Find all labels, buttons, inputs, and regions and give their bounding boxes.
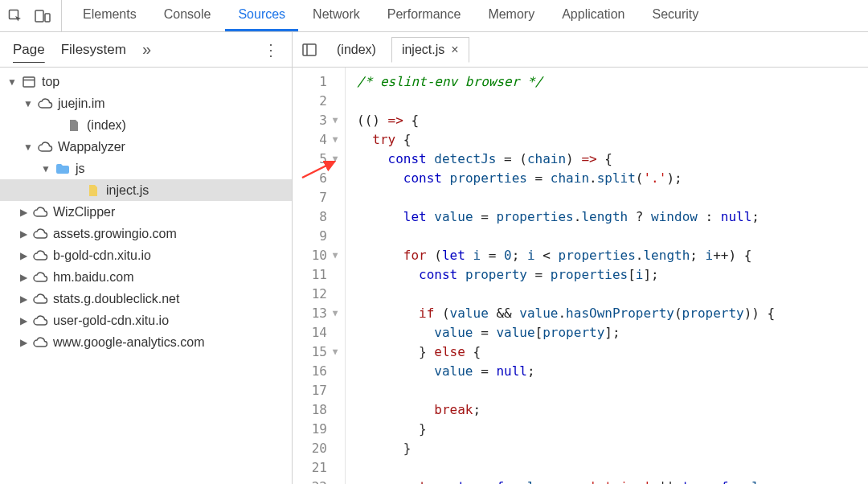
- code-editor[interactable]: 123▼4▼5▼678910▼111213▼1415▼1617181920212…: [293, 68, 868, 484]
- code-line[interactable]: }: [357, 420, 868, 439]
- line-number[interactable]: 16: [293, 362, 345, 381]
- code-line[interactable]: const properties = chain.split('.');: [357, 169, 868, 188]
- line-number[interactable]: 6: [293, 169, 345, 188]
- code-line[interactable]: [357, 458, 868, 478]
- line-number[interactable]: 12: [293, 285, 345, 304]
- expand-arrow-icon[interactable]: ▶: [18, 293, 29, 305]
- sidebar-kebab-menu[interactable]: ⋮: [255, 40, 287, 59]
- panel-tab-sources[interactable]: Sources: [225, 0, 298, 31]
- tree-item-label: hm.baidu.com: [51, 270, 134, 285]
- line-number[interactable]: 17: [293, 381, 345, 400]
- code-line[interactable]: value = null;: [357, 362, 868, 381]
- device-toolbar-icon[interactable]: [34, 7, 51, 25]
- tree-item-label: www.google-analytics.com: [51, 335, 205, 350]
- line-number[interactable]: 3▼: [293, 111, 345, 130]
- tree-item[interactable]: ▶b-gold-cdn.xitu.io: [0, 244, 292, 266]
- line-number[interactable]: 19: [293, 420, 345, 439]
- line-number[interactable]: 2: [293, 92, 345, 111]
- line-number[interactable]: 4▼: [293, 130, 345, 150]
- code-line[interactable]: [357, 285, 868, 304]
- code-line[interactable]: const property = properties[i];: [357, 265, 868, 285]
- tree-item[interactable]: (index): [0, 114, 292, 136]
- code-line[interactable]: try {: [357, 130, 868, 150]
- tree-item[interactable]: ▼Wappalyzer: [0, 136, 292, 158]
- expand-arrow-icon[interactable]: ▼: [23, 98, 34, 109]
- code-line[interactable]: break;: [357, 400, 868, 420]
- svg-rect-3: [23, 77, 35, 87]
- fold-arrow-icon[interactable]: ▼: [330, 304, 340, 323]
- panel-tab-network[interactable]: Network: [300, 0, 373, 31]
- line-number[interactable]: 1: [293, 72, 345, 92]
- line-number[interactable]: 11: [293, 265, 345, 285]
- code-line[interactable]: const detectJs = (chain) => {: [357, 150, 868, 169]
- tree-item[interactable]: ▼top: [0, 71, 292, 92]
- line-number[interactable]: 18: [293, 400, 345, 420]
- code-line[interactable]: [357, 188, 868, 207]
- line-number[interactable]: 15▼: [293, 342, 345, 362]
- code-line[interactable]: value = value[property];: [357, 323, 868, 342]
- line-number[interactable]: 13▼: [293, 304, 345, 323]
- devtools-toolbar: ElementsConsoleSourcesNetworkPerformance…: [0, 0, 868, 32]
- fold-arrow-icon[interactable]: ▼: [330, 111, 340, 130]
- close-icon[interactable]: ×: [451, 43, 458, 57]
- line-number[interactable]: 21: [293, 458, 345, 478]
- code-line[interactable]: let value = properties.length ? window :…: [357, 207, 868, 227]
- code-line[interactable]: } else {: [357, 342, 868, 362]
- code-line[interactable]: for (let i = 0; i < properties.length; i…: [357, 246, 868, 265]
- fold-arrow-icon[interactable]: ▼: [330, 150, 340, 169]
- code-line[interactable]: [357, 381, 868, 400]
- code-line[interactable]: }: [357, 439, 868, 458]
- panel-tab-security[interactable]: Security: [639, 0, 711, 31]
- fold-arrow-icon[interactable]: ▼: [330, 130, 340, 150]
- tree-item-label: js: [74, 162, 85, 176]
- code-content[interactable]: /* eslint-env browser */(() => { try { c…: [346, 68, 868, 484]
- tree-item[interactable]: ▶assets.growingio.com: [0, 223, 292, 244]
- tree-item[interactable]: inject.js: [0, 179, 292, 201]
- expand-arrow-icon[interactable]: ▶: [18, 207, 29, 218]
- line-number[interactable]: 9: [293, 227, 345, 246]
- panel-tab-performance[interactable]: Performance: [375, 0, 474, 31]
- sidebar-tab-filesystem[interactable]: Filesystem: [53, 35, 134, 64]
- expand-arrow-icon[interactable]: ▶: [18, 337, 29, 348]
- source-nav-icon[interactable]: [297, 38, 321, 62]
- fold-arrow-icon[interactable]: ▼: [330, 342, 340, 362]
- line-number[interactable]: 7: [293, 188, 345, 207]
- line-number[interactable]: 5▼: [293, 150, 345, 169]
- source-file-tab[interactable]: (index): [326, 37, 387, 63]
- panel-tab-memory[interactable]: Memory: [475, 0, 547, 31]
- tree-item[interactable]: ▶www.google-analytics.com: [0, 331, 292, 353]
- code-line[interactable]: if (value && value.hasOwnProperty(proper…: [357, 304, 868, 323]
- inspect-element-icon[interactable]: [6, 7, 24, 25]
- expand-arrow-icon[interactable]: ▼: [40, 163, 51, 174]
- tree-item[interactable]: ▼js: [0, 158, 292, 179]
- line-number[interactable]: 8: [293, 207, 345, 227]
- line-number[interactable]: 22: [293, 478, 345, 484]
- source-file-tab[interactable]: inject.js×: [391, 37, 469, 63]
- line-number[interactable]: 10▼: [293, 246, 345, 265]
- tree-item[interactable]: ▶user-gold-cdn.xitu.io: [0, 310, 292, 331]
- line-number[interactable]: 14: [293, 323, 345, 342]
- tree-item[interactable]: ▶stats.g.doubleclick.net: [0, 288, 292, 310]
- panel-tab-console[interactable]: Console: [151, 0, 224, 31]
- panel-tab-elements[interactable]: Elements: [70, 0, 149, 31]
- sidebar-tab-page[interactable]: Page: [5, 35, 53, 64]
- code-line[interactable]: /* eslint-env browser */: [357, 72, 868, 92]
- expand-arrow-icon[interactable]: ▶: [18, 228, 29, 240]
- file-js-icon: [85, 183, 101, 199]
- tree-item[interactable]: ▼juejin.im: [0, 92, 292, 114]
- fold-arrow-icon[interactable]: ▼: [330, 246, 340, 265]
- sidebar-more-tabs[interactable]: »: [134, 40, 159, 59]
- panel-tab-application[interactable]: Application: [549, 0, 637, 31]
- tree-item[interactable]: ▶WizClipper: [0, 201, 292, 223]
- line-number[interactable]: 20: [293, 439, 345, 458]
- code-line[interactable]: return typeof value === 'string' || type…: [357, 478, 868, 484]
- expand-arrow-icon[interactable]: ▶: [18, 315, 29, 326]
- expand-arrow-icon[interactable]: ▼: [6, 76, 18, 88]
- expand-arrow-icon[interactable]: ▼: [23, 142, 34, 153]
- code-line[interactable]: [357, 92, 868, 111]
- expand-arrow-icon[interactable]: ▶: [18, 250, 29, 261]
- expand-arrow-icon[interactable]: ▶: [18, 272, 29, 283]
- code-line[interactable]: [357, 227, 868, 246]
- tree-item[interactable]: ▶hm.baidu.com: [0, 266, 292, 288]
- code-line[interactable]: (() => {: [357, 111, 868, 130]
